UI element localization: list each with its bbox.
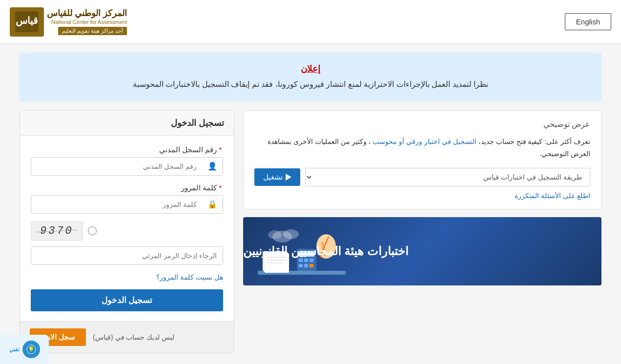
login-button[interactable]: تسجيل الدخول [31,289,223,311]
demo-controls: طريقة التسجيل في اختبارات قياس تشغيل [254,168,590,186]
logo-tagline: أحد مراكز هيئة تقويم التعليم [58,27,127,35]
play-btn-label: تشغيل [263,173,283,182]
bottom-widget[interactable]: 💡 تقني [0,335,49,364]
no-account-text: ليس لديك حساب في (قياس) [93,333,174,341]
svg-rect-13 [304,259,308,262]
left-panel: عرض توضيحي تعرف أكثر على: كيفية فتح حساب… [243,110,601,285]
login-header: تسجيل الدخول [20,111,234,136]
logo-arabic-text: المركز الوطني للقياس [47,8,127,19]
demo-dropdown[interactable]: طريقة التسجيل في اختبارات قياس [305,168,590,186]
logo-text-block: المركز الوطني للقياس National Center for… [47,8,127,35]
id-required-star: * [219,145,222,154]
header: English المركز الوطني للقياس National Ce… [0,0,621,44]
id-input[interactable] [31,158,203,175]
captcha-radio[interactable] [88,226,97,235]
svg-rect-12 [299,259,303,262]
english-button[interactable]: English [565,13,611,30]
registration-link[interactable]: التسجيل في اختبار ورقي أو محوسب [373,138,476,145]
play-icon [286,174,291,181]
demo-section: عرض توضيحي تعرف أكثر على: كيفية فتح حساب… [243,110,601,209]
captcha-input[interactable] [31,247,223,264]
id-input-wrapper: 👤 [31,157,223,176]
svg-point-23 [283,229,299,239]
password-input[interactable] [31,196,203,213]
svg-text:💡: 💡 [28,346,35,353]
captcha-display: 9370 [31,222,83,241]
captcha-input-wrapper [31,246,223,265]
svg-text:قياس: قياس [16,15,38,26]
svg-rect-16 [304,264,308,267]
svg-rect-14 [310,259,313,262]
logo-icon: قياس [10,7,44,37]
login-title: تسجيل الدخول [171,118,224,128]
widget-icon: 💡 [22,341,40,358]
demo-description: تعرف أكثر على: كيفية فتح حساب جديد، التس… [254,136,590,160]
password-required-star: * [219,183,222,192]
faq-link-container: اطلع على الأسئلة المتكررة [254,191,590,200]
login-panel: تسجيل الدخول * رقم السجل المدني 👤 * كلمة… [20,110,234,353]
password-label: * كلمة المرور [31,183,223,192]
forgot-password-link[interactable]: هل نسيت كلمة المرور؟ [156,273,223,281]
main-content: عرض توضيحي تعرف أكثر على: كيفية فتح حساب… [0,110,621,363]
svg-rect-17 [310,264,313,267]
logo: المركز الوطني للقياس National Center for… [10,7,127,37]
id-label: * رقم السجل المدني [31,145,223,154]
svg-point-24 [268,230,282,239]
logo-english-text: National Center for Assessment [51,19,127,25]
login-footer: ليس لديك حساب في (قياس) سجل الان ! [20,321,234,353]
widget-label: تقني [9,346,20,353]
announcement-banner: إعلان نظرا لتمديد العمل بالإجراءات الاحت… [20,53,601,101]
id-form-group: * رقم السجل المدني 👤 [31,145,223,176]
password-input-wrapper: 🔒 [31,195,223,214]
announcement-title: إعلان [39,63,582,74]
faq-link[interactable]: اطلع على الأسئلة المتكررة [515,192,590,200]
captcha-row: 9370 [31,222,223,241]
user-icon: 👤 [203,162,223,171]
login-body: * رقم السجل المدني 👤 * كلمة المرور 🔒 [20,136,234,321]
accountants-banner: اختبارات هيئة المحاسبين القانونيين [243,217,601,285]
forgot-password-container: هل نسيت كلمة المرور؟ [31,273,223,282]
play-button[interactable]: تشغيل [254,168,300,186]
lock-icon: 🔒 [203,200,223,209]
svg-rect-15 [299,264,303,267]
announcement-text: نظرا لتمديد العمل بالإجراءات الاحترازية … [39,78,582,91]
password-form-group: * كلمة المرور 🔒 [31,183,223,214]
demo-title: عرض توضيحي [254,120,590,129]
accountants-text: اختبارات هيئة المحاسبين القانونيين [243,244,428,258]
